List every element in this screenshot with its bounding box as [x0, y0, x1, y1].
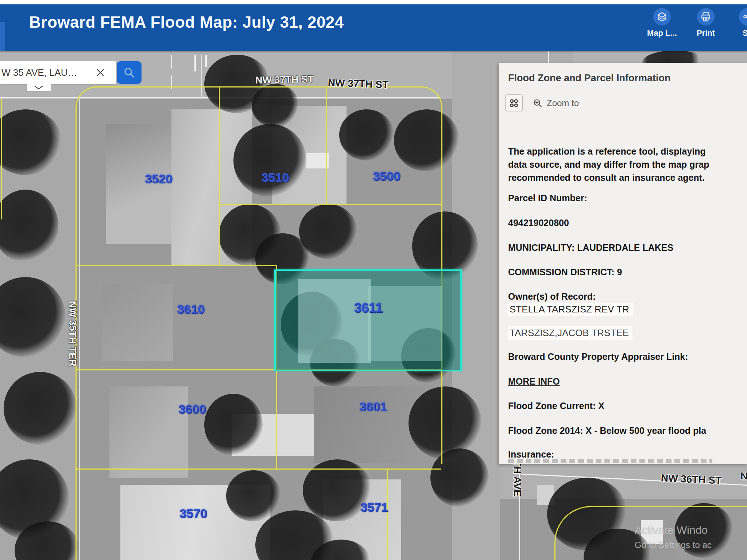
panel-title: Flood Zone and Parcel Information	[508, 73, 671, 84]
road-marking	[194, 55, 196, 71]
owner-name-2: TARSZISZ,JACOB TRSTEE	[508, 326, 632, 340]
header-edge-accent	[0, 22, 5, 51]
zoom-to-label: Zoom to	[547, 98, 579, 108]
disclaimer-line-2: data source, and may differ from the map…	[508, 158, 709, 171]
actions-grid-button[interactable]	[505, 94, 523, 112]
zoom-to-button[interactable]: Zoom to	[532, 98, 579, 109]
street-label-partial-n: N	[740, 470, 747, 482]
road-marking	[171, 55, 172, 69]
parcel-line	[76, 265, 276, 266]
page-title: Broward FEMA Flood Map: July 31, 2024	[29, 13, 344, 31]
zoom-in-icon	[532, 98, 543, 109]
watermark-line1: Activate Windo	[635, 524, 712, 536]
road-nw34th-ave-top	[500, 51, 573, 63]
parcel-line	[1, 99, 2, 219]
building-roof	[298, 279, 371, 363]
print-button[interactable]: Print	[686, 8, 726, 38]
close-icon[interactable]	[94, 66, 107, 79]
app-header: Broward FEMA Flood Map: July 31, 2024 Ma…	[0, 0, 747, 51]
search-button[interactable]	[117, 61, 142, 84]
street-label-nw37th-st: NW 37TH ST	[255, 74, 314, 86]
building-roof	[109, 386, 188, 478]
search-box[interactable]	[0, 61, 116, 84]
municipality-field: MUNICIPALITY: LAUDERDALE LAKES	[508, 242, 673, 253]
more-info-link[interactable]: MORE INFO	[508, 376, 560, 387]
parcel-label-3571: 3571	[360, 500, 388, 514]
search-suggestions-expander[interactable]	[27, 84, 51, 91]
grid-icon	[509, 98, 519, 108]
tree-blob	[430, 448, 489, 507]
parcel-line	[387, 468, 388, 560]
owner-name-1: STELLA TARSZISZ REV TR	[508, 303, 633, 316]
parcel-line	[219, 88, 220, 265]
parcel-line	[587, 506, 747, 507]
tree-blob	[204, 394, 263, 456]
tree-blob	[409, 386, 481, 459]
street-centerline	[548, 51, 549, 63]
parcel-label-3520: 3520	[145, 172, 173, 186]
owners-label: Owner(s) of Record:	[508, 291, 596, 302]
tree-blob	[252, 84, 299, 128]
parcel-label-3611: 3611	[354, 300, 383, 316]
street-label-nw37th-st-2: NW 37TH ST	[328, 77, 388, 91]
parcel-id-label: Parcel ID Number:	[508, 193, 587, 203]
parcel-line	[326, 88, 327, 204]
share-button[interactable]: Sh	[728, 8, 747, 38]
street-label-th-ave: TH AVE	[511, 460, 523, 497]
search-icon	[122, 66, 136, 79]
disclaimer-line-1: The application is a reference tool, dis…	[508, 145, 706, 158]
parcel-label-3610: 3610	[177, 302, 205, 316]
parcel-label-3570: 3570	[179, 506, 207, 521]
tree-blob	[4, 372, 77, 445]
building-roof	[368, 286, 442, 361]
map-layers-label: Map L...	[642, 28, 682, 38]
disclaimer-line-3: recommended to consult an insurance agen…	[508, 171, 705, 184]
building-roof	[102, 284, 173, 361]
tree-blob	[394, 109, 460, 171]
panel-toolbar: Zoom to	[505, 94, 579, 112]
tree-blob	[299, 204, 357, 259]
parcel-label-3510: 3510	[262, 171, 289, 185]
parcel-line	[219, 204, 441, 205]
share-label: Sh	[728, 28, 747, 38]
clipped-text-line	[508, 459, 712, 463]
insurance-label: Insurance:	[508, 449, 554, 460]
parcel-label-3601: 3601	[359, 400, 387, 414]
building-roof	[306, 153, 329, 168]
commission-district-field: COMMISSION DISTRICT: 9	[508, 267, 622, 277]
search-input[interactable]	[0, 67, 93, 79]
windows-activation-watermark: Activate Windo Go to Settings to ac	[635, 524, 712, 550]
appraiser-link-label: Broward County Property Appraiser Link:	[508, 351, 688, 362]
tree-blob	[339, 109, 394, 160]
print-label: Print	[686, 28, 726, 38]
selected-parcel-highlight[interactable]	[274, 269, 462, 371]
chevron-down-icon	[33, 85, 44, 90]
map-layers-button[interactable]: Map L...	[642, 8, 682, 38]
parcel-label-3600: 3600	[178, 402, 206, 416]
flood-zone-current-field: Flood Zone Current: X	[508, 401, 604, 411]
road-marking	[205, 55, 207, 67]
tree-blob	[226, 470, 281, 521]
share-icon	[739, 8, 747, 26]
street-label-nw35th-ter: NW 35TH TER	[67, 301, 78, 366]
printer-icon	[697, 8, 715, 26]
parcel-id-value: 494219020800	[508, 218, 569, 228]
flood-zone-info-panel: Flood Zone and Parcel Information Zoom t…	[499, 63, 747, 464]
tree-blob	[233, 124, 306, 197]
street-edge-line	[201, 55, 202, 97]
flood-zone-2014-field: Flood Zone 2014: X - Below 500 year floo…	[508, 425, 706, 436]
parcel-label-3500: 3500	[373, 169, 400, 183]
layers-icon	[653, 8, 671, 26]
watermark-line2: Go to Settings to ac	[635, 540, 712, 550]
street-edge-line	[79, 99, 80, 560]
app-screenshot: { "header": { "title": "Broward FEMA Flo…	[0, 0, 747, 560]
